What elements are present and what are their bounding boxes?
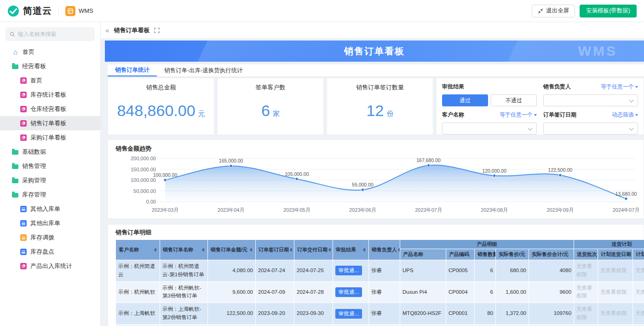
sidebar-item-销售管理[interactable]: 销售管理 (0, 159, 100, 173)
topbar-divider (58, 6, 59, 16)
sidebar-search[interactable] (6, 27, 95, 41)
sidebar-item-label: 其他入库单 (30, 205, 60, 213)
filter-customer-operator-link[interactable]: 等于任意一个 (500, 111, 537, 119)
sales-owner-select[interactable] (543, 94, 638, 106)
cell-product: MTQ8200-HS2F (400, 303, 446, 325)
column-header-订单交付日期[interactable]: 订单交付日期 (294, 240, 333, 260)
install-template-button[interactable]: 安装模板(带数据) (580, 5, 637, 17)
cell-total: 13740 (529, 324, 574, 326)
caret-down-icon (534, 114, 537, 116)
cell-batch: 无查看权限 (574, 281, 598, 303)
svg-text:2024年07月: 2024年07月 (613, 207, 639, 213)
page-tab[interactable]: 销售订单看板 (114, 26, 150, 35)
sidebar-item-label: 销售管理 (22, 162, 46, 170)
sidebar-item-首页[interactable]: 首页 (0, 73, 100, 87)
sort-icon[interactable] (290, 247, 293, 253)
column-header-客户名称[interactable]: 客户名称 (116, 240, 160, 260)
sort-icon[interactable] (398, 247, 400, 253)
column-header-审批结果[interactable]: 审批结果 (333, 240, 369, 260)
svg-text:2023年05月: 2023年05月 (283, 207, 310, 213)
collapse-sidebar-icon[interactable]: « (105, 26, 109, 34)
sidebar-item-仓库经营看板[interactable]: 仓库经营看板 (0, 102, 100, 116)
sidebar-item-销售订单看板[interactable]: 销售订单看板 (0, 116, 100, 130)
page-tabstrip: « 销售订单看板 (101, 22, 644, 39)
column-header-计划送货日期[interactable]: 计划送货日期 (598, 249, 633, 260)
column-header-销售数量[interactable]: 销售数量 (475, 249, 496, 260)
sidebar-item-库存统计看板[interactable]: 库存统计看板 (0, 87, 100, 102)
column-header-销售订单金额/元[interactable]: 销售订单金额/元 (208, 240, 256, 260)
svg-text:150,000.00: 150,000.00 (131, 167, 156, 172)
search-input[interactable] (18, 31, 91, 37)
column-header-实际售价合计/元[interactable]: 实际售价合计/元 (529, 249, 574, 260)
cell-plan_date: 无查看权限 (598, 281, 633, 303)
sidebar-item-label: 经营看板 (22, 62, 46, 70)
svg-text:2023年09月: 2023年09月 (546, 207, 574, 213)
sidebar-item-库存调拨[interactable]: 库存调拨 (0, 230, 100, 244)
sort-icon[interactable] (202, 247, 205, 253)
order-detail-panel: 销售订单明细 客户名称销售订单名称销售订单金额/元订单签订日期订单交付日期审批结… (108, 224, 644, 326)
column-header-送货批次[interactable]: 送货批次 (574, 249, 598, 260)
filter-approval: 审批结果 通过 不通过 (442, 83, 537, 106)
cell-price: 1,600.00 (496, 281, 529, 303)
sidebar-item-库存管理[interactable]: 库存管理 (0, 187, 100, 202)
approval-status-button[interactable]: 审批通... (335, 309, 362, 319)
sort-icon[interactable] (154, 247, 157, 253)
customer-select[interactable] (442, 122, 537, 134)
stat-number: 12 (367, 102, 384, 120)
column-header-产品编码[interactable]: 产品编码 (446, 249, 475, 260)
table-row: 示例：杭州简道云示例：杭州简道云-第1份销售订单4,080.002024-07-… (116, 260, 644, 282)
cell-plan_date: 无查看权限 (598, 303, 633, 325)
main-area: « 销售订单看板 销售订单看板 WMS 销售订单统计 销售订单-出库-退换货执行… (101, 22, 644, 326)
filter-approval-fail-button[interactable]: 不通过 (491, 94, 537, 106)
cell-order_name (160, 324, 208, 326)
sidebar-item-经营看板[interactable]: 经营看板 (0, 59, 100, 73)
sort-icon[interactable] (250, 247, 253, 253)
svg-text:122,500.00: 122,500.00 (548, 167, 573, 173)
cell-customer: 示例：杭州简道云 (116, 260, 160, 282)
sidebar-item-库存盘点[interactable]: 库存盘点 (0, 244, 100, 259)
column-header-销售负责人[interactable]: 销售负责人 (369, 240, 400, 260)
tab-sales-order-stats[interactable]: 销售订单统计 (108, 64, 157, 76)
dashboard-icon (20, 77, 27, 84)
sort-icon[interactable] (328, 247, 331, 253)
sidebar-item-首页[interactable]: ⌂首页 (0, 45, 100, 59)
sidebar-item-其他出库单[interactable]: 其他出库单 (0, 216, 100, 230)
column-label: 订单签订日期 (259, 246, 289, 253)
approval-status-button[interactable]: 审批通... (335, 266, 362, 275)
column-header-订单签订日期[interactable]: 订单签订日期 (256, 240, 294, 260)
sidebar-item-label: 仓库经营看板 (30, 105, 66, 113)
chart-title: 销售金额趋势 (115, 145, 636, 153)
column-header-产品名称[interactable]: 产品名称 (400, 249, 446, 260)
sort-icon[interactable] (363, 247, 366, 253)
filter-order-date-operator-link[interactable]: 动态筛选 (612, 111, 638, 119)
sidebar-item-采购订单看板[interactable]: 采购订单看板 (0, 130, 100, 145)
svg-text:167,680.00: 167,680.00 (416, 157, 441, 163)
exit-fullscreen-button[interactable]: 退出全屏 (532, 5, 575, 17)
column-header-计划送货数量[interactable]: 计划送货数量 (633, 249, 644, 260)
sidebar-item-label: 首页 (30, 76, 42, 85)
sidebar-item-基础数据[interactable]: 基础数据 (0, 145, 100, 159)
cell-price: 1,374.00 (496, 324, 529, 326)
filter-approval-pass-button[interactable]: 通过 (442, 94, 488, 106)
cell-customer: 示例：上海帆软 (116, 303, 160, 325)
column-header-实际售价/元[interactable]: 实际售价/元 (496, 249, 529, 260)
sidebar-item-其他入库单[interactable]: 其他入库单 (0, 202, 100, 216)
cell-approval: 审批通... (333, 303, 369, 325)
dashboard-icon (20, 263, 27, 269)
cell-plan_qty: 无查看权限 (633, 303, 644, 325)
order-date-select[interactable] (543, 122, 638, 134)
logo-text: 简道云 (23, 5, 52, 17)
column-header-销售订单名称[interactable]: 销售订单名称 (160, 240, 208, 260)
filter-sales-owner-operator-link[interactable]: 等于任意一个 (601, 83, 638, 91)
cell-deliver_date: 2023-09-30 (294, 303, 333, 325)
cell-plan_qty: 无查看权限 (633, 260, 644, 282)
tab-outbound-return-stats[interactable]: 销售订单-出库-退换货执行统计 (157, 64, 250, 76)
expand-fullscreen-icon[interactable] (154, 28, 160, 33)
sidebar-item-采购管理[interactable]: 采购管理 (0, 173, 100, 187)
approval-status-button[interactable]: 审批通... (335, 287, 362, 297)
sidebar-item-label: 库存统计看板 (30, 91, 66, 99)
cell-product: MQM8200-HS2B (400, 324, 446, 326)
sidebar-item-产品出入库统计[interactable]: 产品出入库统计 (0, 259, 100, 273)
cell-sign_date: 2024-07-09 (256, 281, 294, 303)
stat-card-total-sales: 销售总金额 848,860.00 元 (108, 78, 214, 135)
